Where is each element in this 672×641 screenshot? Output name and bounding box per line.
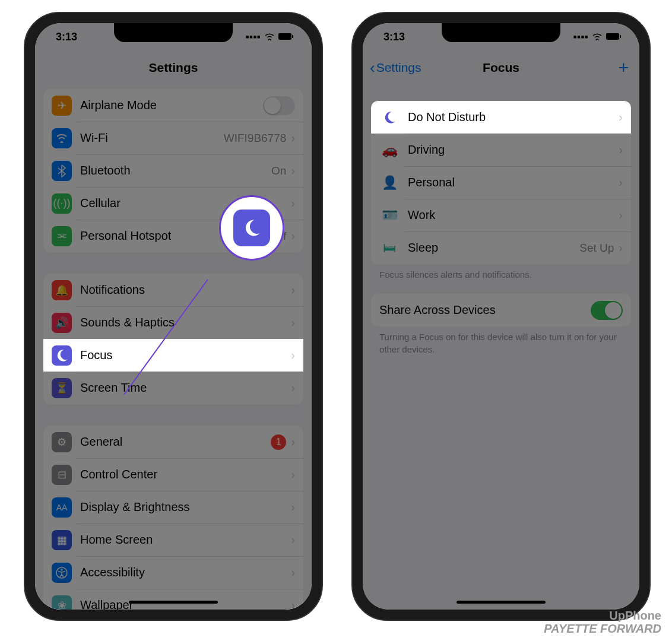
chevron-right-icon: › — [291, 598, 295, 610]
row-label: Airplane Mode — [80, 99, 263, 112]
chevron-right-icon: › — [291, 566, 295, 579]
nav-bar: ‹ Settings Focus + — [363, 51, 639, 84]
row-general[interactable]: ⚙ General 1 › — [43, 426, 303, 458]
settings-content[interactable]: ✈ Airplane Mode Wi-Fi WIFI9B6778 › — [35, 84, 312, 610]
row-label: Screen Time — [80, 381, 291, 395]
chevron-right-icon: › — [619, 208, 623, 222]
home-indicator — [457, 601, 546, 604]
row-value: WIFI9B6778 — [224, 132, 287, 145]
back-button[interactable]: ‹ Settings — [370, 59, 421, 77]
row-notifications[interactable]: 🔔 Notifications › — [43, 274, 303, 306]
display-icon: AA — [52, 497, 72, 518]
row-focus[interactable]: Focus › — [43, 339, 303, 372]
row-label: Sounds & Haptics — [80, 316, 291, 329]
row-sounds[interactable]: 🔊 Sounds & Haptics › — [43, 306, 303, 339]
chevron-right-icon: › — [291, 196, 295, 210]
svg-rect-0 — [278, 33, 291, 40]
focus-icon-large — [233, 210, 270, 246]
row-driving[interactable]: 🚗 Driving › — [371, 134, 631, 166]
callout-bubble — [219, 195, 284, 261]
row-homescreen[interactable]: ▦ Home Screen › — [43, 523, 303, 556]
row-dnd[interactable]: Do Not Disturb › — [371, 101, 631, 134]
screen-left: 3:13 ▪▪▪▪ Settings ✈ Airplane Mode — [35, 23, 312, 610]
screen-right: 3:13 ▪▪▪▪ ‹ Settings Focus + — [363, 23, 639, 610]
chevron-right-icon: › — [619, 241, 623, 255]
status-time: 3:13 — [56, 31, 77, 43]
row-label: Accessibility — [80, 566, 291, 579]
row-airplane[interactable]: ✈ Airplane Mode — [43, 89, 303, 122]
chevron-left-icon: ‹ — [370, 59, 375, 77]
row-share[interactable]: Share Across Devices — [371, 294, 631, 326]
chevron-right-icon: › — [291, 468, 295, 481]
row-sleep[interactable]: 🛏 Sleep Set Up › — [371, 231, 631, 264]
wallpaper-icon: ❀ — [52, 595, 72, 610]
cellular-icon: ((·)) — [52, 193, 72, 214]
focus-content[interactable]: Do Not Disturb › 🚗 Driving › 👤 Personal … — [363, 84, 639, 369]
chevron-right-icon: › — [291, 381, 295, 395]
row-wifi[interactable]: Wi-Fi WIFI9B6778 › — [43, 122, 303, 154]
status-time: 3:13 — [383, 31, 405, 43]
row-value: Set Up — [579, 242, 614, 255]
page-title: Settings — [149, 61, 198, 75]
chevron-right-icon: › — [291, 533, 295, 547]
car-icon: 🚗 — [379, 142, 400, 158]
signal-icon: ▪▪▪▪ — [245, 31, 261, 43]
chevron-right-icon: › — [291, 131, 295, 145]
row-label: Home Screen — [80, 533, 291, 547]
general-icon: ⚙ — [52, 432, 72, 452]
row-bluetooth[interactable]: Bluetooth On › — [43, 154, 303, 187]
wifi-icon — [52, 128, 72, 148]
notch — [114, 23, 233, 42]
chevron-right-icon: › — [291, 316, 295, 329]
status-indicators: ▪▪▪▪ — [245, 31, 294, 43]
airplane-toggle[interactable] — [263, 96, 295, 115]
signal-icon: ▪▪▪▪ — [573, 31, 588, 43]
row-label: Personal — [408, 176, 619, 189]
wifi-icon — [592, 31, 603, 43]
row-label: Driving — [408, 143, 619, 157]
nav-bar: Settings — [35, 51, 312, 84]
screentime-icon: ⏳ — [52, 378, 72, 398]
bluetooth-icon — [52, 161, 72, 181]
chevron-right-icon: › — [291, 283, 295, 297]
svg-rect-1 — [292, 35, 293, 38]
row-personal[interactable]: 👤 Personal › — [371, 166, 631, 199]
chevron-right-icon: › — [291, 229, 295, 243]
sounds-icon: 🔊 — [52, 313, 72, 333]
page-title: Focus — [483, 61, 519, 75]
row-work[interactable]: 🪪 Work › — [371, 199, 631, 231]
watermark: UpPhone PAYETTE FORWARD — [544, 609, 661, 635]
settings-group-1: 🔔 Notifications › 🔊 Sounds & Haptics › F… — [43, 274, 303, 404]
svg-rect-5 — [620, 35, 621, 38]
row-label: Focus — [80, 348, 291, 362]
row-display[interactable]: AA Display & Brightness › — [43, 491, 303, 523]
row-label: Do Not Disturb — [408, 110, 619, 124]
row-label: Wi-Fi — [80, 131, 224, 145]
chevron-right-icon: › — [291, 164, 295, 177]
add-button[interactable]: + — [618, 58, 629, 78]
chevron-right-icon: › — [291, 435, 295, 449]
svg-rect-4 — [606, 33, 619, 40]
work-icon: 🪪 — [379, 208, 400, 223]
home-indicator — [129, 601, 218, 604]
focus-group: Do Not Disturb › 🚗 Driving › 👤 Personal … — [371, 101, 631, 264]
badge: 1 — [271, 434, 286, 450]
row-label: Bluetooth — [80, 164, 271, 177]
chevron-right-icon: › — [291, 500, 295, 514]
chevron-right-icon: › — [619, 110, 623, 124]
row-wallpaper[interactable]: ❀ Wallpaper › — [43, 589, 303, 610]
status-indicators: ▪▪▪▪ — [573, 31, 622, 43]
row-control-center[interactable]: ⊟ Control Center › — [43, 458, 303, 491]
row-label: Wallpaper — [80, 598, 291, 610]
hotspot-icon: ⫘ — [52, 226, 72, 246]
row-screentime[interactable]: ⏳ Screen Time › — [43, 372, 303, 404]
row-accessibility[interactable]: Accessibility › — [43, 556, 303, 589]
back-label: Settings — [376, 61, 421, 75]
moon-icon — [379, 110, 400, 125]
phone-left: 3:13 ▪▪▪▪ Settings ✈ Airplane Mode — [24, 12, 323, 621]
share-toggle[interactable] — [591, 301, 623, 320]
row-label: Control Center — [80, 468, 291, 481]
share-hint: Turning a Focus on for this device will … — [363, 331, 639, 369]
sleep-icon: 🛏 — [379, 240, 400, 256]
chevron-right-icon: › — [619, 176, 623, 189]
